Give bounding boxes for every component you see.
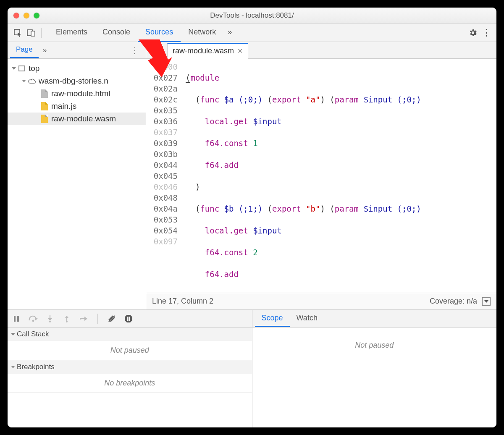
file-icon — [40, 89, 49, 98]
step-into-icon[interactable] — [45, 313, 55, 324]
inspect-element-icon[interactable] — [12, 27, 24, 39]
tab-console[interactable]: Console — [95, 24, 138, 42]
navigator-panel: Page » ⋮ top wasm-dbg-sto — [8, 42, 146, 309]
tree-domain[interactable]: wasm-dbg-stories.n — [8, 75, 146, 87]
svg-rect-7 — [14, 316, 16, 322]
gutter-addr: 0x000 — [146, 61, 178, 72]
svg-rect-5 — [154, 46, 157, 53]
editor-status-bar: Line 17, Column 2 Coverage: n/a — [146, 293, 496, 309]
code-area[interactable]: 0x000 0x027 0x02a 0x02c 0x035 0x036 0x03… — [146, 59, 496, 293]
debug-toolbar — [8, 310, 252, 328]
main-toolbar: Elements Console Sources Network » ⋮ — [8, 24, 496, 42]
devtools-window: DevTools - localhost:8081/ Elements Cons… — [8, 8, 496, 427]
svg-marker-23 — [125, 315, 132, 322]
debug-toolbar-separator — [97, 314, 98, 324]
svg-point-10 — [32, 320, 34, 322]
coverage-dropdown-icon[interactable] — [482, 297, 491, 306]
pause-icon[interactable] — [11, 313, 22, 324]
close-tab-icon[interactable]: ✕ — [237, 47, 243, 55]
svg-marker-9 — [35, 317, 38, 320]
toggle-navigator-icon[interactable] — [150, 46, 166, 55]
breakpoints-empty-text: No breakpoints — [8, 374, 252, 393]
navigator-tab-page[interactable]: Page — [10, 42, 39, 58]
source-editor: raw-module.wasm ✕ 0x000 0x027 0x02a 0x02… — [146, 42, 496, 309]
debugger-left-panel: Call Stack Not paused Breakpoints No bre… — [8, 310, 252, 427]
tree-domain-label: wasm-dbg-stories.n — [39, 76, 108, 86]
cursor-position: Line 17, Column 2 — [152, 297, 213, 306]
editor-tab-raw-module-wasm[interactable]: raw-module.wasm ✕ — [167, 43, 248, 59]
coverage-status: Coverage: n/a — [430, 297, 477, 306]
svg-marker-6 — [159, 48, 161, 51]
gutter-addr: 0x036 — [146, 116, 178, 127]
pause-on-exceptions-icon[interactable] — [123, 313, 134, 324]
svg-marker-15 — [65, 316, 69, 318]
file-tree: top wasm-dbg-stories.n raw-module.html — [8, 59, 146, 128]
navigator-more-tabs-icon[interactable]: » — [39, 43, 51, 58]
gutter-addr: 0x037 — [146, 127, 178, 138]
tab-network[interactable]: Network — [181, 24, 223, 42]
deactivate-breakpoints-icon[interactable] — [106, 313, 117, 324]
step-over-icon[interactable] — [28, 313, 39, 324]
titlebar: DevTools - localhost:8081/ — [8, 8, 496, 24]
gutter-addr: 0x039 — [146, 138, 178, 149]
frame-icon — [18, 64, 26, 73]
gutter-addr: 0x02a — [146, 83, 178, 94]
callstack-head[interactable]: Call Stack — [8, 328, 252, 341]
tab-sources[interactable]: Sources — [138, 24, 181, 42]
navigator-head: Page » ⋮ — [8, 42, 146, 59]
tree-file-js[interactable]: main.js — [8, 100, 146, 113]
toolbar-separator — [41, 28, 42, 38]
gutter-addr: 0x044 — [146, 160, 178, 170]
gutter-addr: 0x02c — [146, 94, 178, 105]
gutter-addr: 0x053 — [146, 214, 178, 225]
svg-rect-8 — [17, 316, 19, 322]
gutter-addr: 0x04a — [146, 203, 178, 214]
gutter-addr: 0x027 — [146, 72, 178, 83]
file-icon — [40, 102, 49, 110]
code-content: (module (func $a (;0;) (export "a") (par… — [182, 59, 496, 293]
tree-file-wasm[interactable]: raw-module.wasm — [8, 113, 146, 125]
breakpoints-section: Breakpoints No breakpoints — [8, 360, 252, 393]
debugger-right-panel: Scope Watch Not paused — [252, 310, 497, 427]
tree-file-label: main.js — [51, 102, 76, 111]
tree-file-label: raw-module.wasm — [51, 114, 116, 123]
window-title: DevTools - localhost:8081/ — [8, 11, 496, 20]
tab-watch[interactable]: Watch — [290, 310, 324, 327]
gutter-addr: 0x097 — [146, 236, 178, 247]
svg-rect-24 — [127, 317, 129, 321]
step-icon[interactable] — [78, 313, 89, 324]
svg-point-19 — [80, 318, 81, 320]
address-gutter: 0x000 0x027 0x02a 0x02c 0x035 0x036 0x03… — [146, 59, 182, 293]
more-tabs-icon[interactable]: » — [223, 24, 236, 42]
scope-empty-text: Not paused — [252, 336, 497, 355]
navigator-menu-icon[interactable]: ⋮ — [126, 44, 143, 57]
main-menu-kebab-icon[interactable]: ⋮ — [480, 27, 492, 39]
panel-tabs: Elements Console Sources Network » — [48, 24, 236, 42]
gutter-addr: 0x03b — [146, 149, 178, 160]
callstack-section: Call Stack Not paused — [8, 328, 252, 360]
tree-file-html[interactable]: raw-module.html — [8, 87, 146, 100]
gutter-addr: 0x046 — [146, 181, 178, 192]
settings-gear-icon[interactable] — [467, 27, 479, 39]
tree-file-label: raw-module.html — [51, 89, 110, 98]
gutter-addr: 0x054 — [146, 225, 178, 236]
tree-top-frame[interactable]: top — [8, 62, 146, 75]
svg-point-13 — [49, 321, 51, 322]
gutter-addr: 0x035 — [146, 105, 178, 116]
tab-elements[interactable]: Elements — [48, 24, 95, 42]
svg-rect-2 — [31, 31, 35, 36]
svg-rect-25 — [129, 317, 130, 321]
debugger-panel: Call Stack Not paused Breakpoints No bre… — [8, 310, 496, 427]
breakpoints-head[interactable]: Breakpoints — [8, 360, 252, 374]
cloud-icon — [28, 77, 36, 85]
step-out-icon[interactable] — [61, 313, 72, 324]
tree-top-label: top — [29, 64, 39, 73]
tab-scope[interactable]: Scope — [255, 310, 290, 327]
gutter-addr: 0x048 — [146, 192, 178, 203]
file-icon — [40, 115, 49, 123]
gutter-addr: 0x045 — [146, 170, 178, 181]
svg-point-16 — [66, 321, 68, 322]
svg-marker-18 — [84, 317, 87, 321]
device-toolbar-icon[interactable] — [25, 27, 37, 39]
editor-tabbar: raw-module.wasm ✕ — [146, 42, 496, 59]
